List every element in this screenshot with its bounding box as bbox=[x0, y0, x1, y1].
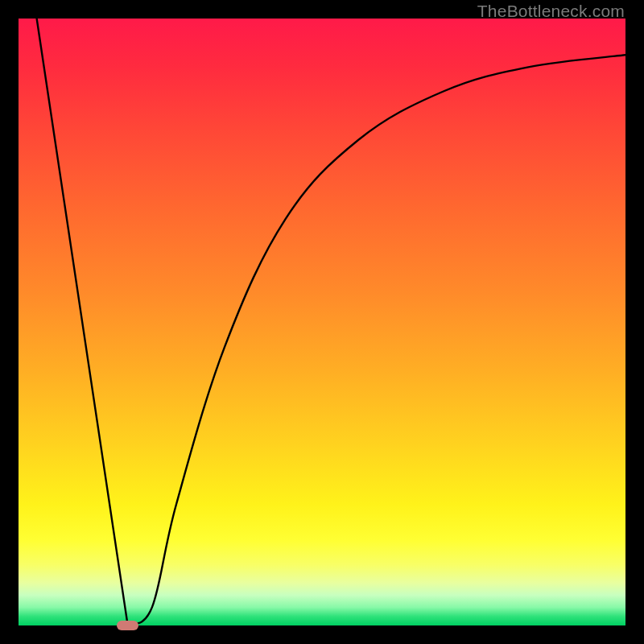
minimum-marker bbox=[117, 621, 138, 630]
watermark-text: TheBottleneck.com bbox=[477, 2, 625, 21]
chart-frame: TheBottleneck.com bbox=[0, 0, 644, 644]
plot-area bbox=[19, 19, 625, 625]
bottleneck-curve bbox=[19, 19, 625, 625]
